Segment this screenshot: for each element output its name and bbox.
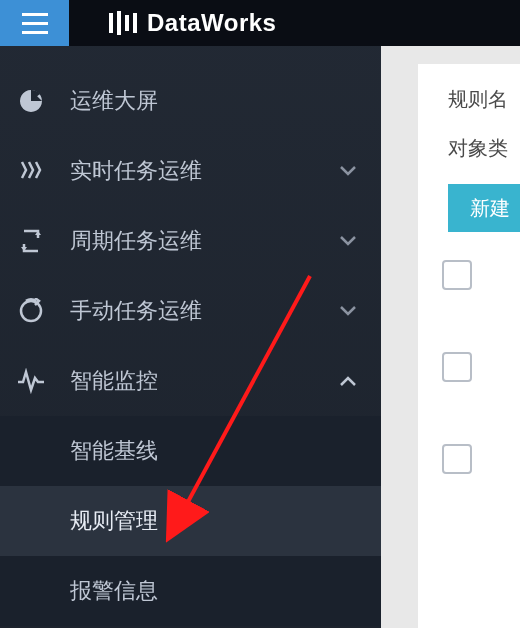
filter-label-rule-name: 规则名	[418, 64, 520, 113]
product-name: DataWorks	[147, 9, 276, 37]
realtime-icon	[16, 156, 46, 186]
content-panel: 规则名 对象类 新建	[418, 64, 520, 628]
sidebar-subitem-smart-baseline[interactable]: 智能基线	[0, 416, 381, 486]
top-bar: DataWorks	[0, 0, 520, 46]
svg-rect-1	[117, 11, 121, 35]
sidebar: 运维大屏 实时任务运维 周期任务运维	[0, 46, 381, 628]
row-checkbox[interactable]	[442, 444, 472, 474]
sidebar-item-manual-ops[interactable]: 手动任务运维	[0, 276, 381, 346]
sidebar-item-ops-dashboard[interactable]: 运维大屏	[0, 66, 381, 136]
svg-rect-0	[109, 13, 113, 33]
chevron-up-icon	[315, 375, 381, 387]
cycle-icon	[16, 226, 46, 256]
sidebar-subitem-label: 规则管理	[70, 506, 158, 536]
sidebar-item-label: 实时任务运维	[70, 156, 315, 186]
create-button[interactable]: 新建	[448, 184, 520, 232]
filter-label-object-type: 对象类	[418, 113, 520, 162]
logo-icon	[109, 11, 137, 35]
svg-rect-2	[125, 15, 129, 31]
manual-icon	[16, 296, 46, 326]
row-checkbox[interactable]	[442, 352, 472, 382]
sidebar-subitem-rule-mgmt[interactable]: 规则管理	[0, 486, 381, 556]
sidebar-item-realtime-ops[interactable]: 实时任务运维	[0, 136, 381, 206]
sidebar-subitem-label: 智能基线	[70, 436, 158, 466]
sidebar-subitem-label: 报警信息	[70, 576, 158, 606]
svg-point-4	[21, 301, 41, 321]
logo: DataWorks	[109, 9, 276, 37]
svg-rect-3	[133, 13, 137, 33]
sidebar-submenu-smart-monitor: 智能基线 规则管理 报警信息	[0, 416, 381, 626]
sidebar-item-label: 手动任务运维	[70, 296, 315, 326]
row-checkbox[interactable]	[442, 260, 472, 290]
sidebar-item-smart-monitor[interactable]: 智能监控	[0, 346, 381, 416]
menu-toggle-button[interactable]	[0, 0, 69, 46]
chevron-down-icon	[315, 235, 381, 247]
monitor-icon	[16, 366, 46, 396]
sidebar-item-label: 周期任务运维	[70, 226, 315, 256]
chevron-down-icon	[315, 305, 381, 317]
chevron-down-icon	[315, 165, 381, 177]
sidebar-item-cycle-ops[interactable]: 周期任务运维	[0, 206, 381, 276]
sidebar-item-label: 运维大屏	[70, 86, 381, 116]
sidebar-item-label: 智能监控	[70, 366, 315, 396]
dashboard-icon	[16, 86, 46, 116]
sidebar-subitem-alarm-info[interactable]: 报警信息	[0, 556, 381, 626]
